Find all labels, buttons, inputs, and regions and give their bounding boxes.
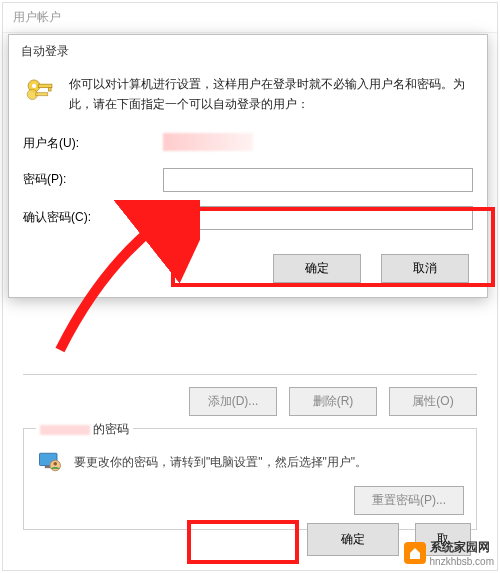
confirm-password-input[interactable] <box>163 206 473 230</box>
list-divider <box>23 351 477 375</box>
inner-dialog-title: 自动登录 <box>9 35 487 68</box>
redacted-username <box>40 425 90 435</box>
inner-ok-button[interactable]: 确定 <box>273 254 361 283</box>
confirm-password-row: 确认密码(C): <box>23 206 473 230</box>
reset-password-button[interactable]: 重置密码(P)... <box>354 486 464 515</box>
keys-icon <box>23 74 57 108</box>
password-hint-text: 要更改你的密码，请转到"电脑设置"，然后选择"用户"。 <box>74 454 367 471</box>
intro-text: 你可以对计算机进行设置，这样用户在登录时就不必输入用户名和密码。为此，请在下面指… <box>69 74 473 115</box>
inner-cancel-button[interactable]: 取消 <box>381 254 469 283</box>
auto-login-dialog: 自动登录 你可以对计算机进行设置，这样用户在登录时就不必输入用户名和密码。为此，… <box>8 34 488 298</box>
watermark: 系统家园网 hnzkhbsb.com <box>404 539 494 567</box>
inner-dialog-buttons: 确定 取消 <box>9 244 487 283</box>
password-section-title: 的密码 <box>36 421 133 438</box>
watermark-logo-icon <box>404 542 426 564</box>
svg-rect-6 <box>38 84 52 87</box>
svg-point-5 <box>32 84 36 88</box>
svg-point-3 <box>54 462 58 466</box>
watermark-url: hnzkhbsb.com <box>430 556 494 567</box>
watermark-brand: 系统家园网 <box>430 539 494 556</box>
outer-title-text: 用户帐户 <box>13 10 61 24</box>
outer-window-title: 用户帐户 <box>3 3 497 33</box>
password-input[interactable] <box>163 168 473 192</box>
password-label: 密码(P): <box>23 171 163 188</box>
username-value-redacted <box>163 133 253 151</box>
svg-rect-7 <box>49 88 52 91</box>
confirm-password-label: 确认密码(C): <box>23 209 163 226</box>
user-list-buttons: 添加(D)... 删除(R) 属性(O) <box>23 387 477 416</box>
add-button[interactable]: 添加(D)... <box>189 387 277 416</box>
username-row: 用户名(U): <box>23 133 473 154</box>
properties-button[interactable]: 属性(O) <box>389 387 477 416</box>
password-section: 的密码 要更改你的密码，请转到"电脑设置"，然后选择"用户"。 重置密码(P).… <box>23 428 477 530</box>
svg-rect-9 <box>36 93 48 96</box>
user-monitor-icon <box>36 448 64 476</box>
password-hint-row: 要更改你的密码，请转到"电脑设置"，然后选择"用户"。 <box>36 448 464 476</box>
username-label: 用户名(U): <box>23 135 163 152</box>
password-row: 密码(P): <box>23 168 473 192</box>
outer-ok-button[interactable]: 确定 <box>307 523 399 556</box>
intro-row: 你可以对计算机进行设置，这样用户在登录时就不必输入用户名和密码。为此，请在下面指… <box>23 74 473 115</box>
remove-button[interactable]: 删除(R) <box>289 387 377 416</box>
